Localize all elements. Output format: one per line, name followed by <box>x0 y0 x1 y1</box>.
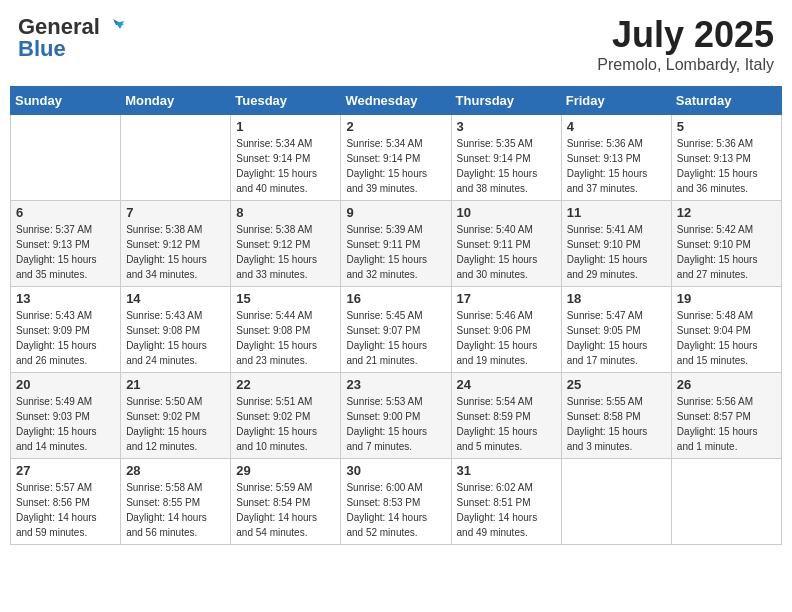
calendar-cell: 27Sunrise: 5:57 AM Sunset: 8:56 PM Dayli… <box>11 459 121 545</box>
calendar-cell: 21Sunrise: 5:50 AM Sunset: 9:02 PM Dayli… <box>121 373 231 459</box>
weekday-header-monday: Monday <box>121 87 231 115</box>
day-number: 10 <box>457 205 556 220</box>
calendar-cell: 28Sunrise: 5:58 AM Sunset: 8:55 PM Dayli… <box>121 459 231 545</box>
day-number: 12 <box>677 205 776 220</box>
day-number: 16 <box>346 291 445 306</box>
day-number: 25 <box>567 377 666 392</box>
calendar-cell: 29Sunrise: 5:59 AM Sunset: 8:54 PM Dayli… <box>231 459 341 545</box>
calendar-cell <box>121 115 231 201</box>
calendar-cell: 4Sunrise: 5:36 AM Sunset: 9:13 PM Daylig… <box>561 115 671 201</box>
weekday-header-tuesday: Tuesday <box>231 87 341 115</box>
day-info: Sunrise: 5:58 AM Sunset: 8:55 PM Dayligh… <box>126 480 225 540</box>
day-number: 4 <box>567 119 666 134</box>
calendar-cell: 25Sunrise: 5:55 AM Sunset: 8:58 PM Dayli… <box>561 373 671 459</box>
day-number: 31 <box>457 463 556 478</box>
day-number: 24 <box>457 377 556 392</box>
day-info: Sunrise: 5:46 AM Sunset: 9:06 PM Dayligh… <box>457 308 556 368</box>
day-number: 27 <box>16 463 115 478</box>
day-number: 7 <box>126 205 225 220</box>
calendar-cell: 3Sunrise: 5:35 AM Sunset: 9:14 PM Daylig… <box>451 115 561 201</box>
weekday-header-friday: Friday <box>561 87 671 115</box>
weekday-header-thursday: Thursday <box>451 87 561 115</box>
calendar-cell: 20Sunrise: 5:49 AM Sunset: 9:03 PM Dayli… <box>11 373 121 459</box>
day-number: 22 <box>236 377 335 392</box>
day-info: Sunrise: 5:55 AM Sunset: 8:58 PM Dayligh… <box>567 394 666 454</box>
calendar-cell: 15Sunrise: 5:44 AM Sunset: 9:08 PM Dayli… <box>231 287 341 373</box>
day-info: Sunrise: 5:36 AM Sunset: 9:13 PM Dayligh… <box>567 136 666 196</box>
day-info: Sunrise: 5:54 AM Sunset: 8:59 PM Dayligh… <box>457 394 556 454</box>
day-number: 1 <box>236 119 335 134</box>
day-number: 6 <box>16 205 115 220</box>
day-number: 30 <box>346 463 445 478</box>
calendar-cell: 24Sunrise: 5:54 AM Sunset: 8:59 PM Dayli… <box>451 373 561 459</box>
calendar-cell: 19Sunrise: 5:48 AM Sunset: 9:04 PM Dayli… <box>671 287 781 373</box>
day-number: 15 <box>236 291 335 306</box>
day-number: 2 <box>346 119 445 134</box>
day-number: 8 <box>236 205 335 220</box>
day-info: Sunrise: 5:34 AM Sunset: 9:14 PM Dayligh… <box>346 136 445 196</box>
day-info: Sunrise: 5:34 AM Sunset: 9:14 PM Dayligh… <box>236 136 335 196</box>
calendar-week-row: 27Sunrise: 5:57 AM Sunset: 8:56 PM Dayli… <box>11 459 782 545</box>
day-info: Sunrise: 5:40 AM Sunset: 9:11 PM Dayligh… <box>457 222 556 282</box>
day-info: Sunrise: 5:41 AM Sunset: 9:10 PM Dayligh… <box>567 222 666 282</box>
day-number: 3 <box>457 119 556 134</box>
day-info: Sunrise: 5:42 AM Sunset: 9:10 PM Dayligh… <box>677 222 776 282</box>
day-number: 28 <box>126 463 225 478</box>
calendar-week-row: 20Sunrise: 5:49 AM Sunset: 9:03 PM Dayli… <box>11 373 782 459</box>
day-info: Sunrise: 5:35 AM Sunset: 9:14 PM Dayligh… <box>457 136 556 196</box>
calendar-cell: 6Sunrise: 5:37 AM Sunset: 9:13 PM Daylig… <box>11 201 121 287</box>
calendar-cell: 17Sunrise: 5:46 AM Sunset: 9:06 PM Dayli… <box>451 287 561 373</box>
calendar-cell: 11Sunrise: 5:41 AM Sunset: 9:10 PM Dayli… <box>561 201 671 287</box>
day-number: 19 <box>677 291 776 306</box>
calendar-cell: 2Sunrise: 5:34 AM Sunset: 9:14 PM Daylig… <box>341 115 451 201</box>
calendar-cell: 7Sunrise: 5:38 AM Sunset: 9:12 PM Daylig… <box>121 201 231 287</box>
day-info: Sunrise: 5:39 AM Sunset: 9:11 PM Dayligh… <box>346 222 445 282</box>
logo-bird-icon <box>102 15 124 37</box>
calendar-cell: 10Sunrise: 5:40 AM Sunset: 9:11 PM Dayli… <box>451 201 561 287</box>
day-number: 29 <box>236 463 335 478</box>
day-number: 26 <box>677 377 776 392</box>
page-header: General Blue July 2025 Premolo, Lombardy… <box>10 10 782 78</box>
month-title: July 2025 <box>597 14 774 56</box>
calendar-week-row: 6Sunrise: 5:37 AM Sunset: 9:13 PM Daylig… <box>11 201 782 287</box>
day-info: Sunrise: 5:49 AM Sunset: 9:03 PM Dayligh… <box>16 394 115 454</box>
day-info: Sunrise: 5:57 AM Sunset: 8:56 PM Dayligh… <box>16 480 115 540</box>
day-info: Sunrise: 5:44 AM Sunset: 9:08 PM Dayligh… <box>236 308 335 368</box>
day-number: 14 <box>126 291 225 306</box>
calendar-cell: 1Sunrise: 5:34 AM Sunset: 9:14 PM Daylig… <box>231 115 341 201</box>
day-number: 11 <box>567 205 666 220</box>
day-info: Sunrise: 5:51 AM Sunset: 9:02 PM Dayligh… <box>236 394 335 454</box>
day-info: Sunrise: 5:37 AM Sunset: 9:13 PM Dayligh… <box>16 222 115 282</box>
day-number: 23 <box>346 377 445 392</box>
calendar-cell: 8Sunrise: 5:38 AM Sunset: 9:12 PM Daylig… <box>231 201 341 287</box>
day-info: Sunrise: 5:47 AM Sunset: 9:05 PM Dayligh… <box>567 308 666 368</box>
calendar-cell <box>671 459 781 545</box>
weekday-header-sunday: Sunday <box>11 87 121 115</box>
calendar-cell <box>561 459 671 545</box>
day-info: Sunrise: 5:50 AM Sunset: 9:02 PM Dayligh… <box>126 394 225 454</box>
day-number: 13 <box>16 291 115 306</box>
calendar-week-row: 1Sunrise: 5:34 AM Sunset: 9:14 PM Daylig… <box>11 115 782 201</box>
day-info: Sunrise: 5:43 AM Sunset: 9:09 PM Dayligh… <box>16 308 115 368</box>
calendar-cell: 31Sunrise: 6:02 AM Sunset: 8:51 PM Dayli… <box>451 459 561 545</box>
calendar-cell: 23Sunrise: 5:53 AM Sunset: 9:00 PM Dayli… <box>341 373 451 459</box>
calendar-cell: 9Sunrise: 5:39 AM Sunset: 9:11 PM Daylig… <box>341 201 451 287</box>
day-number: 18 <box>567 291 666 306</box>
calendar-cell: 30Sunrise: 6:00 AM Sunset: 8:53 PM Dayli… <box>341 459 451 545</box>
day-number: 9 <box>346 205 445 220</box>
calendar-cell: 26Sunrise: 5:56 AM Sunset: 8:57 PM Dayli… <box>671 373 781 459</box>
day-info: Sunrise: 6:02 AM Sunset: 8:51 PM Dayligh… <box>457 480 556 540</box>
day-info: Sunrise: 5:59 AM Sunset: 8:54 PM Dayligh… <box>236 480 335 540</box>
calendar-cell: 18Sunrise: 5:47 AM Sunset: 9:05 PM Dayli… <box>561 287 671 373</box>
calendar-cell: 22Sunrise: 5:51 AM Sunset: 9:02 PM Dayli… <box>231 373 341 459</box>
weekday-header-saturday: Saturday <box>671 87 781 115</box>
calendar-cell: 12Sunrise: 5:42 AM Sunset: 9:10 PM Dayli… <box>671 201 781 287</box>
weekday-header-row: SundayMondayTuesdayWednesdayThursdayFrid… <box>11 87 782 115</box>
day-info: Sunrise: 5:48 AM Sunset: 9:04 PM Dayligh… <box>677 308 776 368</box>
day-number: 21 <box>126 377 225 392</box>
calendar-cell: 13Sunrise: 5:43 AM Sunset: 9:09 PM Dayli… <box>11 287 121 373</box>
weekday-header-wednesday: Wednesday <box>341 87 451 115</box>
calendar-cell: 14Sunrise: 5:43 AM Sunset: 9:08 PM Dayli… <box>121 287 231 373</box>
day-info: Sunrise: 5:36 AM Sunset: 9:13 PM Dayligh… <box>677 136 776 196</box>
logo: General Blue <box>18 14 124 62</box>
